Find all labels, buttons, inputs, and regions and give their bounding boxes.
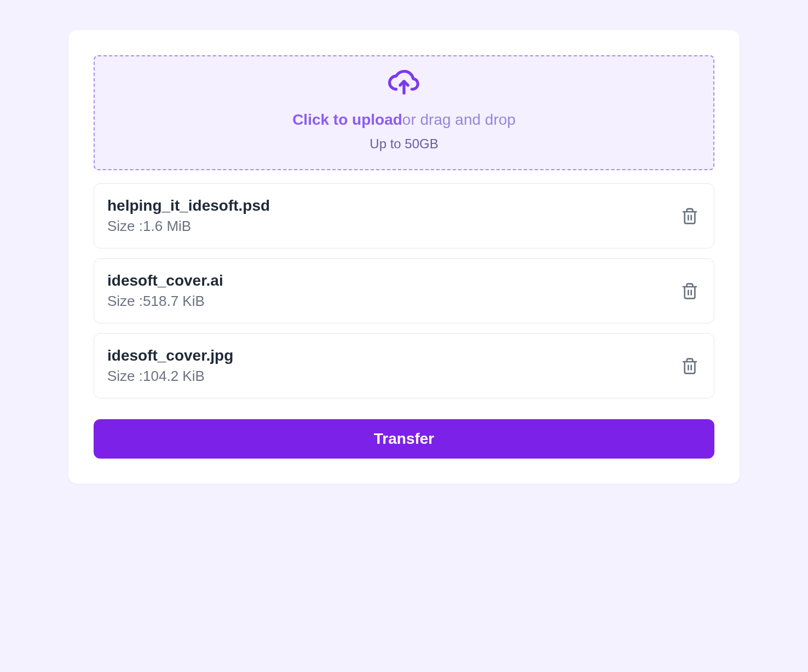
file-info: idesoft_cover.ai Size :518.7 KiB	[107, 272, 223, 310]
file-item: idesoft_cover.ai Size :518.7 KiB	[94, 258, 714, 323]
upload-label-bold: Click to upload	[292, 111, 402, 128]
file-name: helping_it_idesoft.psd	[107, 197, 270, 215]
upload-label-rest: or drag and drop	[402, 111, 516, 128]
upload-dropzone[interactable]: Click to uploador drag and drop Up to 50…	[94, 55, 714, 170]
trash-icon	[681, 206, 699, 226]
upload-text: Click to uploador drag and drop	[292, 111, 516, 129]
file-size: Size :1.6 MiB	[107, 218, 270, 235]
upload-card: Click to uploador drag and drop Up to 50…	[68, 30, 740, 484]
file-info: helping_it_idesoft.psd Size :1.6 MiB	[107, 197, 270, 235]
file-item: helping_it_idesoft.psd Size :1.6 MiB	[94, 183, 714, 248]
file-name: idesoft_cover.jpg	[107, 347, 233, 364]
file-item: idesoft_cover.jpg Size :104.2 KiB	[94, 333, 714, 398]
file-size: Size :518.7 KiB	[107, 293, 223, 310]
delete-file-button[interactable]	[679, 354, 701, 378]
trash-icon	[681, 356, 699, 376]
transfer-button[interactable]: Transfer	[94, 419, 714, 459]
file-size: Size :104.2 KiB	[107, 368, 233, 385]
file-info: idesoft_cover.jpg Size :104.2 KiB	[107, 347, 233, 385]
file-list: helping_it_idesoft.psd Size :1.6 MiB ide…	[94, 183, 714, 398]
delete-file-button[interactable]	[679, 279, 701, 303]
trash-icon	[681, 281, 699, 301]
cloud-upload-icon	[388, 69, 420, 96]
file-name: idesoft_cover.ai	[107, 272, 223, 289]
delete-file-button[interactable]	[679, 204, 701, 228]
upload-hint: Up to 50GB	[370, 136, 438, 152]
